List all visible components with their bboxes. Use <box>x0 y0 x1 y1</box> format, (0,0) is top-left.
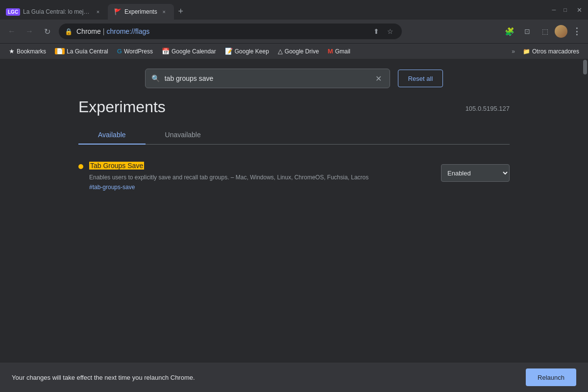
experiments-favicon: 🚩 <box>114 8 122 16</box>
titlebar: LGC La Guía Central: lo mejor de la te ×… <box>0 0 588 20</box>
folder-icon: 📁 <box>523 48 530 55</box>
laguia-favicon: LGC <box>6 8 20 16</box>
profile-avatar[interactable] <box>555 25 567 38</box>
wordpress-icon: G <box>117 48 122 55</box>
gdrive-icon: △ <box>278 48 283 55</box>
more-menu-button[interactable]: ⋮ <box>569 24 584 39</box>
flag-content: Tab Groups Save Enables users to explici… <box>89 161 435 191</box>
gkeep-icon: 📝 <box>225 48 233 55</box>
lock-icon: 🔒 <box>65 28 73 35</box>
relaunch-message: Your changes will take effect the next t… <box>12 374 195 381</box>
flag-dot <box>78 164 83 169</box>
scrollbar[interactable] <box>582 59 588 363</box>
flag-name: Tab Groups Save <box>89 162 144 170</box>
experiments-header: Experiments 105.0.5195.127 <box>78 98 510 116</box>
back-icon <box>8 27 16 36</box>
reload-icon <box>44 27 50 36</box>
search-area: 🔍 ✕ Reset all <box>0 59 588 88</box>
scrollbar-thumb[interactable] <box>583 60 587 74</box>
bookmark-gdrive-label: Google Drive <box>285 48 319 55</box>
bookmark-bookmarks[interactable]: ★ Bookmarks <box>5 47 50 56</box>
reload-button[interactable] <box>39 24 55 39</box>
close-button[interactable]: ✕ <box>571 6 588 14</box>
version-text: 105.0.5195.127 <box>466 105 510 112</box>
star-icon[interactable]: ☆ <box>384 25 396 37</box>
search-box[interactable]: 🔍 ✕ <box>145 69 390 88</box>
flag-link[interactable]: #tab-groups-save <box>89 184 435 191</box>
page-container: 🔍 ✕ Reset all Experiments 105.0.5195.127… <box>0 59 588 363</box>
otros-marcadores[interactable]: 📁 Otros marcadores <box>519 47 583 56</box>
tab-experiments[interactable]: 🚩 Experiments × <box>108 4 174 20</box>
tab-strip: LGC La Guía Central: lo mejor de la te ×… <box>0 0 548 20</box>
bookmark-gkeep-label: Google Keep <box>235 48 269 55</box>
main-content: 🔍 ✕ Reset all Experiments 105.0.5195.127… <box>0 59 588 363</box>
tab-unavailable[interactable]: Unavailable <box>146 126 220 145</box>
bookmark-bookmarks-label: Bookmarks <box>17 48 46 55</box>
tab-available[interactable]: Available <box>78 126 146 145</box>
flag-item: Tab Groups Save Enables users to explici… <box>78 156 510 196</box>
address-path: chrome://flags <box>106 27 149 35</box>
search-clear-button[interactable]: ✕ <box>374 74 384 83</box>
bookmarks-bar: ★ Bookmarks 📄 La Guía Central G WordPres… <box>0 43 588 59</box>
tab-laguia[interactable]: LGC La Guía Central: lo mejor de la te × <box>0 4 108 20</box>
laguia-icon: 📄 <box>55 48 65 54</box>
flag-select[interactable]: Default Enabled Disabled <box>441 164 510 182</box>
bookmark-gmail[interactable]: M Gmail <box>324 47 354 56</box>
address-bar[interactable]: 🔒 Chrome | chrome://flags ⬆ ☆ <box>59 24 402 39</box>
navbar: 🔒 Chrome | chrome://flags ⬆ ☆ 🧩 ⊡ ⬚ ⋮ <box>0 20 588 43</box>
bookmark-gmail-label: Gmail <box>335 48 350 55</box>
address-actions: ⬆ ☆ <box>370 25 396 37</box>
new-tab-button[interactable]: + <box>174 4 188 18</box>
reset-all-button[interactable]: Reset all <box>398 70 443 87</box>
bookmark-wordpress-label: WordPress <box>124 48 153 55</box>
bookmark-laguia-label: La Guía Central <box>67 48 108 55</box>
window-controls: ─ □ ✕ <box>548 0 588 20</box>
back-button[interactable] <box>4 24 20 39</box>
address-text: Chrome | chrome://flags <box>76 27 149 35</box>
tab-laguia-close[interactable]: × <box>94 8 102 16</box>
address-separator: | <box>103 27 105 35</box>
tab-experiments-close[interactable]: × <box>160 8 168 16</box>
forward-button[interactable] <box>22 24 37 39</box>
bookmark-laguia[interactable]: 📄 La Guía Central <box>51 47 112 56</box>
sidebar-icon: ⬚ <box>542 27 548 35</box>
bookmark-gkeep[interactable]: 📝 Google Keep <box>221 47 273 56</box>
bookmark-wordpress[interactable]: G WordPress <box>113 47 157 56</box>
tab-laguia-title: La Guía Central: lo mejor de la te <box>23 8 91 15</box>
bookmark-gcalendar-label: Google Calendar <box>172 48 216 55</box>
otros-marcadores-label: Otros marcadores <box>532 48 579 55</box>
cast-icon: ⊡ <box>524 27 530 35</box>
restore-button[interactable]: □ <box>560 7 571 13</box>
gmail-icon: M <box>328 48 333 55</box>
page-title: Experiments <box>78 98 166 116</box>
share-icon[interactable]: ⬆ <box>370 25 382 37</box>
relaunch-button[interactable]: Relaunch <box>526 368 576 386</box>
experiments-body: Experiments 105.0.5195.127 Available Una… <box>0 88 588 363</box>
extensions-button[interactable]: 🧩 <box>502 24 517 39</box>
more-bookmarks-button[interactable]: » <box>509 47 518 56</box>
tab-experiments-title: Experiments <box>124 8 157 15</box>
bookmark-gdrive[interactable]: △ Google Drive <box>274 47 323 56</box>
puzzle-icon: 🧩 <box>505 27 514 36</box>
address-domain: Chrome <box>76 27 101 35</box>
cast-button[interactable]: ⊡ <box>519 24 535 39</box>
bottom-bar: Your changes will take effect the next t… <box>0 363 588 392</box>
bookmark-gcalendar[interactable]: 📅 Google Calendar <box>158 47 220 56</box>
sidebar-button[interactable]: ⬚ <box>537 24 553 39</box>
nav-right: 🧩 ⊡ ⬚ ⋮ <box>502 24 584 39</box>
tabs-bar: Available Unavailable <box>78 126 510 145</box>
search-input[interactable] <box>165 74 369 82</box>
star-bookmark-icon: ★ <box>9 48 15 55</box>
forward-icon <box>25 27 33 36</box>
minimize-button[interactable]: ─ <box>548 7 560 13</box>
flag-description: Enables users to explicitly save and rec… <box>89 173 435 182</box>
gcalendar-icon: 📅 <box>162 48 170 55</box>
search-icon: 🔍 <box>151 74 160 82</box>
